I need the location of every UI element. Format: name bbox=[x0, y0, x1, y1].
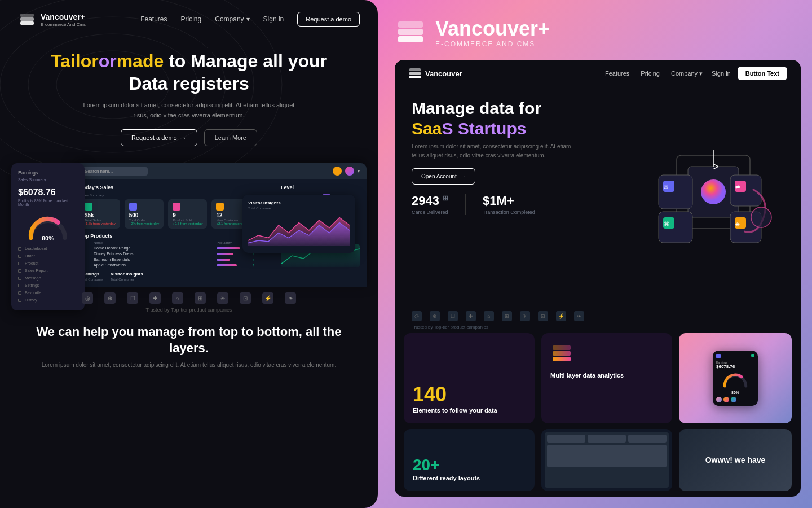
sidebar-item-message[interactable]: Message bbox=[18, 274, 78, 282]
headline-purple: or bbox=[99, 51, 117, 71]
earnings-value: $6078.76 bbox=[18, 187, 78, 198]
notification-icon[interactable] bbox=[333, 167, 342, 176]
visitor-insights-mini: Visitor Insights Total Consumer bbox=[111, 271, 143, 281]
svg-rect-5 bbox=[20, 14, 34, 17]
svg-rect-10 bbox=[398, 36, 423, 42]
brand-logo-1: ◎ bbox=[82, 292, 93, 304]
svg-text:⌘: ⌘ bbox=[664, 221, 669, 227]
right-signin[interactable]: Sign in bbox=[712, 70, 731, 77]
brand-logo-r-5: ⌂ bbox=[484, 311, 494, 321]
chevron-down-icon: ▾ bbox=[358, 169, 360, 174]
arrow-right-icon: → bbox=[460, 173, 466, 179]
brand-logo-r-10: ❧ bbox=[574, 311, 584, 321]
popularity-bar bbox=[217, 253, 233, 255]
sidebar-dot bbox=[18, 247, 21, 251]
nav-pricing-left[interactable]: Pricing bbox=[181, 15, 202, 23]
visitor-chart-svg bbox=[248, 213, 350, 247]
sidebar-item-leaderboard[interactable]: Leaderboard bbox=[18, 245, 78, 252]
mini-stat bbox=[588, 435, 626, 443]
visitor-insights-card: Visitor Insights Total Consumer bbox=[242, 195, 355, 253]
stat-product-sold: 9 Product Sold +0.5 from yesterday bbox=[168, 199, 207, 229]
mobile-bottom-row bbox=[716, 397, 754, 402]
sidebar-item-sales-report[interactable]: Sales Report bbox=[18, 267, 78, 274]
sidebar-item-order[interactable]: Order bbox=[18, 252, 78, 260]
earnings-sub-label: Sales Summary bbox=[18, 178, 78, 182]
stat-total-order: 500 Total Order +2% from yesterday bbox=[125, 199, 164, 229]
svg-text:⇄: ⇄ bbox=[735, 184, 740, 190]
popularity-bar bbox=[217, 259, 230, 261]
mobile-preview: Earnings $6078.76 bbox=[713, 351, 758, 406]
product-icon bbox=[173, 203, 180, 211]
cards-icon: ⊞ bbox=[443, 194, 448, 202]
left-panel: Vancouver+ E-commerce And Cms Features P… bbox=[0, 0, 378, 508]
mobile-gauge-percent: 80% bbox=[716, 391, 754, 395]
bottom-cards: 140 Elements to follow your data bbox=[395, 333, 801, 429]
right-logo-icon bbox=[408, 67, 422, 80]
nav-company-left[interactable]: Company ▾ bbox=[215, 15, 249, 23]
avatar-icon[interactable] bbox=[345, 167, 354, 176]
nav-signin-left[interactable]: Sign in bbox=[263, 15, 284, 23]
card-mobile: Earnings $6078.76 bbox=[679, 333, 792, 423]
left-nav-links: Features Pricing Company ▾ Sign in Reque… bbox=[140, 12, 360, 27]
brand-logo-6: ⊞ bbox=[195, 292, 206, 304]
product-sales: ↑ bbox=[253, 263, 275, 267]
button-text-right[interactable]: Button Text bbox=[738, 67, 787, 80]
popularity-bar bbox=[217, 264, 237, 266]
request-demo-button-hero[interactable]: Request a demo → bbox=[121, 129, 197, 146]
arrow-right-icon: → bbox=[180, 134, 187, 141]
nav-company-right[interactable]: Company ▾ bbox=[671, 70, 703, 77]
card-20plus: 20+ Different ready layouts bbox=[404, 429, 535, 491]
dashboard-mini-preview bbox=[541, 429, 672, 491]
brand-logo-r-2: ⊕ bbox=[430, 311, 440, 321]
brand-text: Vancouver+ E-COMMERCE AND CMS bbox=[435, 17, 550, 48]
right-logo: Vancouver bbox=[408, 67, 605, 80]
left-hero-buttons: Request a demo → Learn More bbox=[34, 129, 344, 146]
svg-rect-9 bbox=[398, 29, 423, 35]
search-bar[interactable]: Search here... bbox=[80, 167, 148, 176]
mobile-avatar-3 bbox=[731, 397, 736, 402]
visitor-sub: Total Consumer bbox=[111, 278, 143, 281]
card-owww: Owww! we have bbox=[679, 429, 792, 491]
nav-features-right[interactable]: Features bbox=[605, 70, 629, 77]
3d-illustration: ✉ ⇄ ⌘ bbox=[643, 144, 778, 257]
stat-value-sales: $5k bbox=[85, 212, 116, 218]
stat-change-product: +0.5 from yesterday bbox=[173, 222, 202, 225]
right-nav-links: Features Pricing Company ▾ bbox=[605, 70, 703, 77]
sales-icon bbox=[85, 203, 92, 211]
nav-features-left[interactable]: Features bbox=[140, 15, 167, 23]
right-navbar: Vancouver Features Pricing Company ▾ Sig… bbox=[395, 60, 801, 87]
mini-dashboard bbox=[545, 432, 669, 488]
svg-text:✉: ✉ bbox=[664, 184, 668, 190]
mobile-gauge-svg bbox=[721, 371, 749, 388]
mini-chart bbox=[547, 445, 667, 467]
brand-logo-r-6: ⊞ bbox=[502, 311, 512, 321]
visitor-sub-text: Total Consumer bbox=[248, 207, 350, 210]
card-num-20plus: 20+ bbox=[413, 456, 526, 474]
stat-transaction: $1M+ Transaction Completed bbox=[483, 194, 535, 215]
open-account-button[interactable]: Open Account → bbox=[412, 168, 475, 185]
svg-rect-16 bbox=[659, 175, 692, 209]
mobile-logo bbox=[716, 354, 721, 358]
learn-more-button[interactable]: Learn More bbox=[204, 129, 257, 146]
brand-logo-7: ✳ bbox=[217, 292, 228, 304]
product-name: Apple Smartwatch bbox=[94, 263, 214, 267]
brand-logo-r-4: ✚ bbox=[466, 311, 476, 321]
brand-logo-3: ☐ bbox=[127, 292, 138, 304]
mobile-earnings-val: $6078.76 bbox=[716, 364, 754, 369]
level-title: Level bbox=[281, 185, 360, 190]
stat-value-order: 500 bbox=[129, 212, 160, 218]
mobile-status bbox=[751, 354, 754, 357]
nav-pricing-right[interactable]: Pricing bbox=[641, 70, 660, 77]
saas-text: Saa bbox=[412, 119, 442, 138]
product-name: Disney Princess Dress bbox=[94, 252, 214, 256]
mobile-avatar-1 bbox=[716, 397, 722, 402]
stat-cards-delivered: 2943 ⊞ Cards Delivered bbox=[412, 194, 448, 215]
sidebar-item-product[interactable]: Product bbox=[18, 260, 78, 267]
left-logo: Vancouver+ E-commerce And Cms bbox=[18, 10, 140, 28]
multilayer-icon bbox=[550, 342, 663, 367]
earnings-gauge: 80% bbox=[18, 212, 78, 240]
request-demo-button-left[interactable]: Request a demo bbox=[297, 12, 360, 27]
stat-num-transaction: $1M+ bbox=[483, 194, 535, 208]
customer-icon bbox=[216, 203, 224, 211]
table-row: 04 Apple Smartwatch ↑ bbox=[80, 263, 275, 267]
